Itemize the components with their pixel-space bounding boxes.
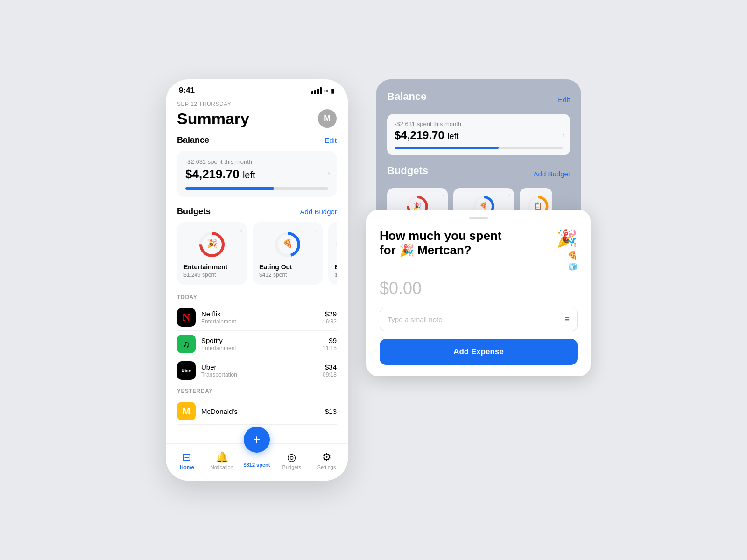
netflix-category: Entertainment bbox=[201, 318, 323, 325]
app-header: SEP 12 THURSDAY Summary M bbox=[166, 97, 348, 135]
bg-budgets-header: Budgets Add Budget bbox=[387, 165, 570, 182]
bg-balance-amount: $4,219.70 left bbox=[395, 129, 563, 142]
expense-item-uber[interactable]: Uber Uber Transportation $34 09:18 bbox=[177, 357, 337, 384]
uber-time: 09:18 bbox=[323, 371, 337, 378]
budget-spent-bills: $1,2... bbox=[335, 272, 337, 278]
status-time: 9:41 bbox=[179, 86, 195, 95]
budgets-section-title: Budgets bbox=[177, 207, 211, 217]
budget-name-bills: Bills bbox=[335, 263, 337, 271]
right-panel: Balance Edit -$2,631 spent this month $4… bbox=[376, 79, 581, 313]
svg-text:📋: 📋 bbox=[534, 202, 542, 210]
spotify-amount: $9 bbox=[323, 336, 337, 344]
home-icon: ⊟ bbox=[183, 451, 191, 463]
nav-budgets-label: Budgets bbox=[282, 464, 301, 470]
eating-out-donut: 🍕 bbox=[274, 231, 302, 259]
modal-emoji-stack: 🎉 🍕 🧊 bbox=[557, 229, 578, 271]
modal-note-input[interactable]: Type a small note ≡ bbox=[380, 308, 578, 331]
status-bar: 9:41 ≈ ▮ bbox=[166, 79, 348, 97]
bg-balance-title: Balance bbox=[387, 91, 426, 103]
uber-amount: $34 bbox=[323, 363, 337, 371]
bg-chevron-icon: › bbox=[508, 192, 510, 198]
modal-note-placeholder: Type a small note bbox=[388, 315, 443, 323]
page-title: Summary bbox=[177, 110, 249, 128]
bg-chevron-icon: › bbox=[442, 192, 444, 198]
budget-spent-eating-out: $412 spent bbox=[259, 272, 316, 278]
budgets-nav-icon: ◎ bbox=[287, 451, 296, 463]
add-expense-button[interactable]: Add Expense bbox=[380, 339, 578, 365]
mcdonalds-info: McDonald's bbox=[201, 407, 325, 415]
modal-header: How much you spent for 🎉 Mertcan? 🎉 🍕 🧊 bbox=[380, 229, 578, 271]
yesterday-label: YESTERDAY bbox=[177, 388, 337, 394]
notification-icon: 🔔 bbox=[216, 451, 228, 463]
avatar[interactable]: M bbox=[318, 109, 337, 128]
balance-card[interactable]: -$2,631 spent this month $4,219.70 left … bbox=[177, 151, 337, 197]
bg-edit-button[interactable]: Edit bbox=[558, 96, 570, 104]
nav-spending-label: $312 spent bbox=[244, 462, 270, 468]
spotify-icon: ♫ bbox=[177, 335, 196, 353]
bills-donut: 📋 bbox=[335, 231, 337, 259]
expense-item-mcdonalds[interactable]: M McDonald's $13 bbox=[177, 398, 337, 425]
budget-card-bills[interactable]: 📋 Bills $1,2... bbox=[328, 222, 337, 285]
spotify-time: 11:15 bbox=[323, 345, 337, 351]
balance-edit-button[interactable]: Edit bbox=[324, 136, 337, 144]
bg-balance-card: -$2,631 spent this month $4,219.70 left … bbox=[387, 114, 570, 155]
budget-name-eating-out: Eating Out bbox=[259, 263, 316, 271]
modal-emoji-secondary-1: 🍕 bbox=[567, 250, 578, 260]
balance-section: Balance Edit -$2,631 spent this month $4… bbox=[166, 135, 348, 197]
fab-add-button[interactable]: + bbox=[244, 427, 270, 453]
nav-budgets[interactable]: ◎ Budgets bbox=[274, 451, 309, 470]
bg-balance-spent: -$2,631 spent this month bbox=[395, 120, 563, 127]
expenses-section: TODAY N Netflix Entertainment $29 16:32 … bbox=[166, 294, 348, 425]
expense-item-spotify[interactable]: ♫ Spotify Entertainment $9 11:15 bbox=[177, 331, 337, 357]
spotify-amount-container: $9 11:15 bbox=[323, 336, 337, 351]
netflix-name: Netflix bbox=[201, 310, 323, 318]
svg-text:🍕: 🍕 bbox=[282, 238, 293, 249]
nav-settings[interactable]: ⚙ Settings bbox=[309, 451, 344, 470]
netflix-amount-container: $29 16:32 bbox=[323, 310, 337, 325]
bg-balance-bar-bg bbox=[395, 147, 563, 149]
battery-icon: ▮ bbox=[331, 87, 335, 94]
svg-text:🎉: 🎉 bbox=[413, 202, 422, 210]
modal-amount-display[interactable]: $0.00 bbox=[380, 279, 578, 298]
status-icons: ≈ ▮ bbox=[311, 87, 335, 94]
modal-title: How much you spent for 🎉 Mertcan? bbox=[380, 229, 557, 258]
bg-add-budget-button[interactable]: Add Budget bbox=[534, 170, 570, 178]
spotify-info: Spotify Entertainment bbox=[201, 336, 323, 351]
note-icon: ≡ bbox=[564, 315, 570, 324]
left-phone: 9:41 ≈ ▮ SEP 12 THURSDAY Summary bbox=[166, 79, 348, 481]
budget-spent-entertainment: $1,249 spent bbox=[183, 272, 240, 278]
budget-chevron-icon: › bbox=[240, 227, 242, 234]
nav-notification[interactable]: 🔔 Nofication bbox=[204, 451, 240, 470]
nav-notification-label: Nofication bbox=[211, 464, 233, 470]
budget-cards-container: › 🎉 Entertainment $1,249 spent bbox=[177, 222, 337, 285]
netflix-time: 16:32 bbox=[323, 318, 337, 325]
balance-spent-text: -$2,631 spent this month bbox=[185, 158, 328, 165]
balance-progress-bar-fill bbox=[185, 187, 274, 190]
add-expense-modal: How much you spent for 🎉 Mertcan? 🎉 🍕 🧊 … bbox=[366, 210, 591, 376]
budget-card-entertainment[interactable]: › 🎉 Entertainment $1,249 spent bbox=[177, 222, 247, 285]
bg-balance-header: Balance Edit bbox=[387, 91, 570, 108]
settings-icon: ⚙ bbox=[322, 451, 331, 463]
modal-emoji-main: 🎉 bbox=[557, 229, 578, 248]
balance-amount: $4,219.70 left bbox=[185, 167, 328, 182]
budget-name-entertainment: Entertainment bbox=[183, 263, 240, 271]
budget-card-eating-out[interactable]: › 🍕 Eating Out $412 spent bbox=[253, 222, 323, 285]
netflix-info: Netflix Entertainment bbox=[201, 310, 323, 325]
budget-chevron-icon: › bbox=[316, 227, 318, 234]
spotify-category: Entertainment bbox=[201, 345, 323, 351]
add-budget-button[interactable]: Add Budget bbox=[300, 208, 337, 216]
bg-balance-bar-fill bbox=[395, 147, 499, 149]
nav-home-label: Home bbox=[180, 464, 194, 470]
mcdonalds-icon: M bbox=[177, 402, 196, 420]
expense-item-netflix[interactable]: N Netflix Entertainment $29 16:32 bbox=[177, 304, 337, 331]
signal-icon bbox=[311, 87, 322, 94]
bg-chevron-icon: › bbox=[562, 131, 564, 139]
modal-drag-handle[interactable] bbox=[469, 217, 488, 219]
nav-home[interactable]: ⊟ Home bbox=[169, 451, 204, 470]
netflix-amount: $29 bbox=[323, 310, 337, 318]
entertainment-donut: 🎉 bbox=[198, 231, 226, 259]
balance-progress-bar-bg bbox=[185, 187, 328, 190]
uber-category: Transportation bbox=[201, 371, 323, 378]
date-label: SEP 12 THURSDAY bbox=[177, 101, 337, 107]
budgets-section: Budgets Add Budget › 🎉 bbox=[166, 207, 348, 285]
